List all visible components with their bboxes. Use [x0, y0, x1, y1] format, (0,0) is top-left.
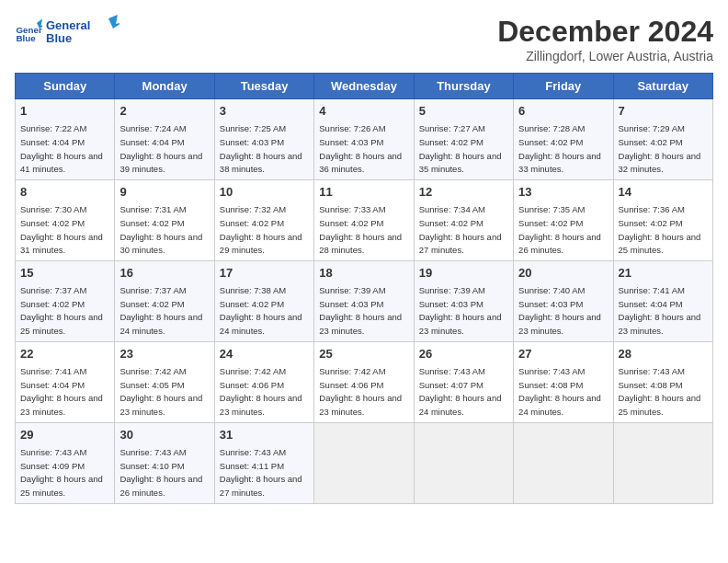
- logo: General Blue General Blue: [15, 15, 119, 48]
- svg-text:Blue: Blue: [17, 33, 37, 43]
- calendar-cell: 20Sunrise: 7:40 AMSunset: 4:03 PMDayligh…: [514, 260, 613, 341]
- day-info: Sunrise: 7:42 AMSunset: 4:06 PMDaylight:…: [319, 366, 402, 417]
- day-info: Sunrise: 7:43 AMSunset: 4:11 PMDaylight:…: [220, 447, 302, 498]
- day-info: Sunrise: 7:43 AMSunset: 4:08 PMDaylight:…: [619, 366, 701, 417]
- day-number: 19: [419, 265, 508, 282]
- calendar-cell: [514, 422, 613, 503]
- calendar-cell: 21Sunrise: 7:41 AMSunset: 4:04 PMDayligh…: [613, 260, 712, 341]
- calendar-table: SundayMondayTuesdayWednesdayThursdayFrid…: [15, 73, 713, 504]
- calendar-cell: 17Sunrise: 7:38 AMSunset: 4:02 PMDayligh…: [214, 260, 313, 341]
- day-info: Sunrise: 7:35 AMSunset: 4:02 PMDaylight:…: [518, 204, 601, 255]
- day-number: 4: [319, 103, 408, 120]
- calendar-cell: 22Sunrise: 7:41 AMSunset: 4:04 PMDayligh…: [16, 341, 115, 422]
- day-number: 11: [319, 184, 408, 201]
- page-title: December 2024: [497, 15, 713, 49]
- day-number: 22: [20, 346, 109, 362]
- day-info: Sunrise: 7:43 AMSunset: 4:10 PMDaylight:…: [119, 447, 202, 498]
- calendar-cell: 26Sunrise: 7:43 AMSunset: 4:07 PMDayligh…: [414, 341, 513, 422]
- day-info: Sunrise: 7:41 AMSunset: 4:04 PMDaylight:…: [619, 285, 701, 336]
- calendar-cell: [414, 422, 513, 503]
- day-number: 12: [419, 184, 508, 201]
- calendar-cell: 6Sunrise: 7:28 AMSunset: 4:02 PMDaylight…: [514, 99, 613, 180]
- day-info: Sunrise: 7:42 AMSunset: 4:05 PMDaylight:…: [119, 366, 202, 417]
- calendar-cell: 29Sunrise: 7:43 AMSunset: 4:09 PMDayligh…: [16, 422, 115, 503]
- dow-header: Sunday: [16, 74, 115, 99]
- calendar-week-row: 22Sunrise: 7:41 AMSunset: 4:04 PMDayligh…: [16, 341, 713, 422]
- day-info: Sunrise: 7:32 AMSunset: 4:02 PMDaylight:…: [220, 204, 302, 255]
- day-info: Sunrise: 7:41 AMSunset: 4:04 PMDaylight:…: [20, 366, 103, 417]
- day-number: 6: [518, 103, 608, 120]
- days-of-week-row: SundayMondayTuesdayWednesdayThursdayFrid…: [16, 74, 713, 99]
- calendar-cell: 27Sunrise: 7:43 AMSunset: 4:08 PMDayligh…: [514, 341, 613, 422]
- calendar-cell: 3Sunrise: 7:25 AMSunset: 4:03 PMDaylight…: [214, 99, 313, 180]
- day-info: Sunrise: 7:29 AMSunset: 4:02 PMDaylight:…: [619, 123, 701, 174]
- day-number: 13: [518, 184, 608, 201]
- calendar-cell: 11Sunrise: 7:33 AMSunset: 4:02 PMDayligh…: [314, 179, 414, 260]
- logo-graphic: General Blue: [46, 15, 119, 48]
- day-info: Sunrise: 7:37 AMSunset: 4:02 PMDaylight:…: [119, 285, 202, 336]
- calendar-cell: 24Sunrise: 7:42 AMSunset: 4:06 PMDayligh…: [214, 341, 313, 422]
- day-info: Sunrise: 7:27 AMSunset: 4:02 PMDaylight:…: [419, 123, 502, 174]
- calendar-cell: [613, 422, 712, 503]
- day-number: 17: [220, 265, 309, 282]
- day-info: Sunrise: 7:39 AMSunset: 4:03 PMDaylight:…: [319, 285, 402, 336]
- day-number: 21: [619, 265, 708, 282]
- day-info: Sunrise: 7:38 AMSunset: 4:02 PMDaylight:…: [220, 285, 302, 336]
- calendar-body: 1Sunrise: 7:22 AMSunset: 4:04 PMDaylight…: [16, 99, 713, 504]
- day-info: Sunrise: 7:40 AMSunset: 4:03 PMDaylight:…: [518, 285, 601, 336]
- calendar-cell: 16Sunrise: 7:37 AMSunset: 4:02 PMDayligh…: [115, 260, 214, 341]
- day-info: Sunrise: 7:37 AMSunset: 4:02 PMDaylight:…: [20, 285, 103, 336]
- day-info: Sunrise: 7:28 AMSunset: 4:02 PMDaylight:…: [518, 123, 601, 174]
- calendar-cell: 31Sunrise: 7:43 AMSunset: 4:11 PMDayligh…: [214, 422, 313, 503]
- title-block: December 2024 Zillingdorf, Lower Austria…: [497, 15, 713, 63]
- day-number: 10: [220, 184, 309, 201]
- calendar-cell: 30Sunrise: 7:43 AMSunset: 4:10 PMDayligh…: [115, 422, 214, 503]
- day-info: Sunrise: 7:36 AMSunset: 4:02 PMDaylight:…: [619, 204, 701, 255]
- logo-icon: General Blue: [15, 17, 42, 45]
- day-info: Sunrise: 7:43 AMSunset: 4:07 PMDaylight:…: [419, 366, 502, 417]
- day-info: Sunrise: 7:33 AMSunset: 4:02 PMDaylight:…: [319, 204, 402, 255]
- calendar-cell: 1Sunrise: 7:22 AMSunset: 4:04 PMDaylight…: [16, 99, 115, 180]
- calendar-week-row: 29Sunrise: 7:43 AMSunset: 4:09 PMDayligh…: [16, 422, 713, 503]
- day-number: 3: [220, 103, 309, 120]
- calendar-cell: 12Sunrise: 7:34 AMSunset: 4:02 PMDayligh…: [414, 179, 513, 260]
- page-header: General Blue General Blue December 2024 …: [15, 15, 713, 63]
- calendar-cell: 28Sunrise: 7:43 AMSunset: 4:08 PMDayligh…: [613, 341, 712, 422]
- day-info: Sunrise: 7:24 AMSunset: 4:04 PMDaylight:…: [119, 123, 202, 174]
- calendar-cell: 4Sunrise: 7:26 AMSunset: 4:03 PMDaylight…: [314, 99, 414, 180]
- calendar-cell: 15Sunrise: 7:37 AMSunset: 4:02 PMDayligh…: [16, 260, 115, 341]
- dow-header: Saturday: [613, 74, 712, 99]
- day-info: Sunrise: 7:42 AMSunset: 4:06 PMDaylight:…: [220, 366, 302, 417]
- day-number: 5: [419, 103, 508, 120]
- day-info: Sunrise: 7:31 AMSunset: 4:02 PMDaylight:…: [119, 204, 202, 255]
- day-number: 14: [619, 184, 708, 201]
- calendar-cell: 7Sunrise: 7:29 AMSunset: 4:02 PMDaylight…: [613, 99, 712, 180]
- day-number: 31: [220, 427, 309, 443]
- calendar-cell: 9Sunrise: 7:31 AMSunset: 4:02 PMDaylight…: [115, 179, 214, 260]
- day-number: 30: [119, 427, 209, 443]
- svg-text:General: General: [46, 18, 90, 32]
- day-number: 29: [20, 427, 109, 443]
- calendar-week-row: 1Sunrise: 7:22 AMSunset: 4:04 PMDaylight…: [16, 99, 713, 180]
- day-number: 23: [119, 346, 209, 362]
- day-info: Sunrise: 7:39 AMSunset: 4:03 PMDaylight:…: [419, 285, 502, 336]
- day-number: 16: [119, 265, 209, 282]
- dow-header: Wednesday: [314, 74, 414, 99]
- calendar-cell: 2Sunrise: 7:24 AMSunset: 4:04 PMDaylight…: [115, 99, 214, 180]
- page-subtitle: Zillingdorf, Lower Austria, Austria: [497, 49, 713, 63]
- day-info: Sunrise: 7:30 AMSunset: 4:02 PMDaylight:…: [20, 204, 103, 255]
- day-number: 18: [319, 265, 408, 282]
- calendar-cell: 10Sunrise: 7:32 AMSunset: 4:02 PMDayligh…: [214, 179, 313, 260]
- calendar-cell: 13Sunrise: 7:35 AMSunset: 4:02 PMDayligh…: [514, 179, 613, 260]
- calendar-week-row: 8Sunrise: 7:30 AMSunset: 4:02 PMDaylight…: [16, 179, 713, 260]
- day-info: Sunrise: 7:26 AMSunset: 4:03 PMDaylight:…: [319, 123, 402, 174]
- dow-header: Monday: [115, 74, 214, 99]
- calendar-cell: 23Sunrise: 7:42 AMSunset: 4:05 PMDayligh…: [115, 341, 214, 422]
- day-number: 8: [20, 184, 109, 201]
- calendar-cell: 19Sunrise: 7:39 AMSunset: 4:03 PMDayligh…: [414, 260, 513, 341]
- calendar-cell: 5Sunrise: 7:27 AMSunset: 4:02 PMDaylight…: [414, 99, 513, 180]
- svg-marker-5: [108, 15, 119, 29]
- day-number: 26: [419, 346, 508, 362]
- day-number: 9: [119, 184, 209, 201]
- calendar-cell: 25Sunrise: 7:42 AMSunset: 4:06 PMDayligh…: [314, 341, 414, 422]
